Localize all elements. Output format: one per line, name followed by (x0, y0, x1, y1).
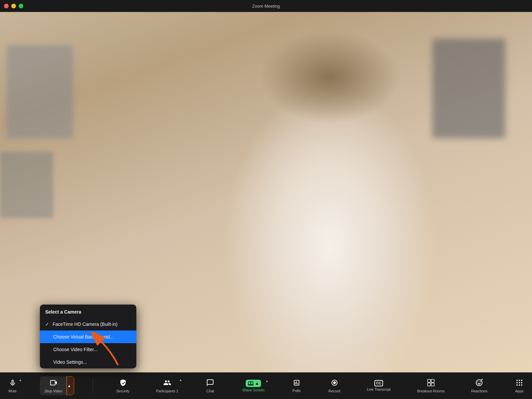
share-screen-button[interactable]: ▲ Share Screen ▲ (237, 378, 269, 394)
stop-video-button[interactable]: Stop Video (40, 376, 67, 395)
live-transcript-label: Live Transcript (367, 387, 391, 391)
divider-1 (93, 379, 93, 392)
svg-point-12 (521, 382, 522, 383)
close-button[interactable] (4, 4, 9, 8)
mute-label: Mute (9, 389, 17, 393)
bg-decoration-right (432, 39, 505, 138)
camera-menu-popup: Select a Camera ✓ FaceTime HD Camera (Bu… (40, 305, 136, 368)
camera-item-label: Video Settings... (53, 359, 87, 365)
security-icon (119, 379, 127, 388)
chat-label: Chat (206, 389, 214, 393)
participants-chevron-icon[interactable]: ▲ (179, 378, 182, 382)
camera-menu-item-video-filter[interactable]: Choose Video Filter... (40, 343, 136, 356)
record-button[interactable]: Record (324, 377, 345, 395)
reactions-label: Reactions (471, 389, 487, 393)
live-transcript-icon: CC (374, 380, 383, 386)
share-chevron-icon[interactable]: ▲ (265, 379, 269, 383)
window-title: Zoom Meeting (252, 4, 280, 9)
svg-point-7 (516, 380, 518, 381)
participants-icon (163, 379, 171, 388)
participants-label: Participants 1 (156, 389, 179, 393)
camera-menu-item-facetime[interactable]: ✓ FaceTime HD Camera (Built-in) (40, 318, 136, 331)
camera-item-label: Choose Video Filter... (53, 347, 98, 352)
chevron-up-icon: ▲ (67, 384, 71, 388)
svg-rect-4 (431, 379, 434, 382)
mute-button[interactable]: Mute ▲ (3, 377, 23, 395)
breakout-rooms-icon (427, 379, 435, 388)
bg-decoration-left (7, 45, 73, 138)
stop-video-icon (50, 379, 58, 388)
apps-label: Apps (515, 389, 523, 393)
check-icon: ✓ (45, 322, 49, 327)
apps-icon (515, 379, 523, 388)
svg-point-14 (519, 384, 520, 386)
minimize-button[interactable] (11, 4, 16, 8)
security-label: Security (116, 389, 130, 393)
svg-rect-3 (428, 379, 431, 382)
svg-point-10 (516, 382, 518, 383)
share-screen-label: Share Screen (242, 388, 264, 392)
svg-point-2 (333, 381, 336, 384)
video-chevron-button[interactable]: ▲ (66, 376, 74, 395)
share-screen-icon: ▲ (246, 380, 261, 387)
breakout-rooms-label: Breakout Rooms (417, 389, 445, 393)
toolbar: Mute ▲ Stop Video ▲ Security (0, 372, 532, 399)
live-transcript-button[interactable]: CC Live Transcript (362, 378, 395, 393)
camera-menu-item-video-settings[interactable]: Video Settings... (40, 356, 136, 368)
camera-item-label: FaceTime HD Camera (Built-in) (53, 322, 118, 327)
bg-decoration-left2 (0, 152, 53, 218)
svg-rect-6 (431, 383, 434, 386)
svg-point-8 (519, 380, 520, 381)
svg-rect-5 (428, 383, 431, 386)
svg-point-11 (519, 382, 520, 383)
reactions-button[interactable]: Reactions (466, 377, 492, 395)
svg-point-9 (521, 380, 522, 381)
title-bar: Zoom Meeting (0, 0, 532, 12)
stop-video-group: Stop Video ▲ (40, 376, 74, 395)
record-label: Record (329, 389, 340, 393)
mute-icon (9, 379, 17, 388)
stop-video-label: Stop Video (45, 389, 63, 393)
participants-button[interactable]: Participants 1 ▲ (152, 377, 183, 395)
svg-point-15 (521, 384, 522, 386)
chat-button[interactable]: Chat (200, 377, 220, 395)
apps-button[interactable]: Apps (509, 377, 529, 395)
security-button[interactable]: Security (112, 377, 134, 395)
mute-chevron-icon[interactable]: ▲ (19, 378, 22, 382)
svg-point-13 (516, 384, 518, 386)
camera-item-label: Choose Virtual Background... (53, 334, 114, 339)
polls-label: Polls (293, 389, 301, 393)
camera-menu-title: Select a Camera (40, 305, 136, 318)
record-icon (331, 379, 338, 388)
window-controls (4, 4, 23, 8)
reactions-icon (475, 379, 483, 388)
polls-button[interactable]: Polls (287, 377, 307, 395)
chat-icon (206, 379, 214, 388)
polls-icon (293, 379, 300, 388)
breakout-rooms-button[interactable]: Breakout Rooms (413, 377, 449, 395)
maximize-button[interactable] (19, 4, 23, 8)
camera-menu-item-virtual-bg[interactable]: Choose Virtual Background... (40, 331, 136, 343)
